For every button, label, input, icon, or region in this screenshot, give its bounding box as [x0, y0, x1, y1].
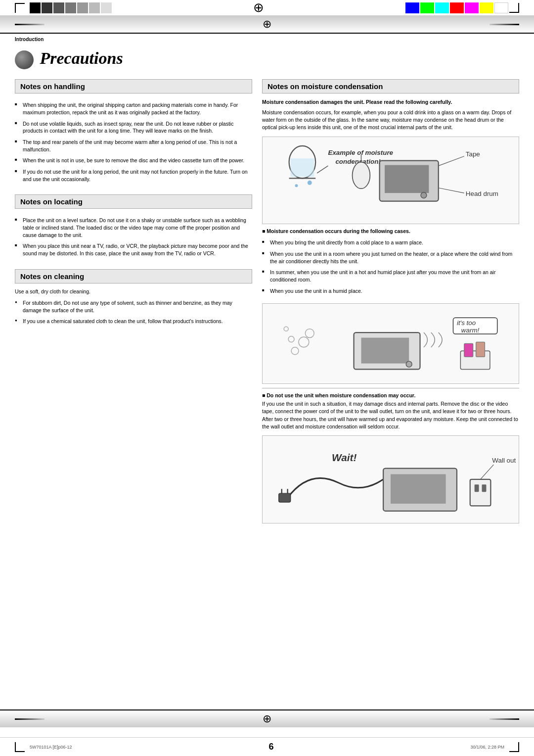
svg-rect-38	[482, 484, 487, 492]
svg-rect-9	[385, 165, 429, 193]
svg-point-3	[308, 180, 312, 185]
locating-content: Place the unit on a level surface. Do no…	[15, 214, 252, 262]
handling-item-5: If you do not use the unit for a long pe…	[15, 167, 252, 184]
svg-text:it's too: it's too	[457, 320, 476, 327]
handling-item-1: When shipping the unit, the original shi…	[15, 100, 252, 117]
gs-block-6	[89, 2, 100, 13]
color-blue	[405, 2, 419, 13]
svg-text:warm!: warm!	[461, 327, 480, 334]
handling-item-3: The top and rear panels of the unit may …	[15, 138, 252, 154]
svg-text:Example of moisture: Example of moisture	[328, 148, 394, 156]
handling-heading-box: Notes on handling	[15, 79, 252, 94]
cleaning-item-2: If you use a chemical saturated cloth to…	[15, 317, 252, 326]
cleaning-heading: Notes on cleaning	[20, 272, 247, 281]
locating-heading: Notes on locating	[20, 197, 247, 206]
svg-point-10	[421, 192, 427, 198]
moisture-illustration-1: Example of moisture condensation!	[262, 137, 519, 225]
footer-left: 5W70101A [E]p06-12	[30, 745, 72, 750]
footer-right: 30/1/06, 2:28 PM	[470, 745, 504, 750]
no-use-text: If you use the unit in such a situation,…	[262, 400, 519, 430]
handling-content: When shipping the unit, the original shi…	[15, 98, 252, 188]
bottom-deco-right	[490, 718, 519, 720]
top-decorative-bar: ⊕	[0, 16, 534, 34]
svg-point-17	[291, 347, 299, 355]
moisture-illustration-2: it's too warm!	[262, 303, 519, 384]
page-number: 6	[269, 742, 274, 752]
deco-line-left	[15, 24, 44, 25]
moisture-intro: Moisture condensation occurs, for exampl…	[262, 109, 519, 132]
svg-rect-36	[470, 479, 491, 506]
moisture-case-3: In summer, when you use the unit in a ho…	[262, 268, 519, 284]
svg-line-7	[317, 166, 328, 173]
color-white	[494, 2, 508, 13]
handling-item-2: Do not use volatile liquids, such as ins…	[15, 119, 252, 136]
section-label: Introduction	[0, 36, 534, 44]
corner-bl	[15, 742, 25, 752]
handling-heading: Notes on handling	[20, 82, 247, 91]
cleaning-intro: Use a soft, dry cloth for cleaning.	[15, 288, 252, 294]
svg-rect-1	[291, 158, 314, 177]
moisture-illustration-3: Wait! Wall outlet	[262, 435, 519, 523]
reg-mark-deco: ⊕	[263, 18, 271, 31]
svg-rect-35	[391, 474, 446, 504]
grayscale-blocks	[30, 2, 112, 13]
cleaning-item-1: For stubborn dirt, Do not use any type o…	[15, 298, 252, 315]
moisture-heading-box: Notes on moisture condensation	[262, 79, 519, 94]
svg-rect-26	[464, 344, 473, 357]
reg-mark-bottom: ⊕	[263, 712, 271, 725]
corner-br	[509, 742, 519, 752]
moisture-bold-note: Moisture condensation damages the unit. …	[262, 98, 519, 106]
gs-block-5	[77, 2, 88, 13]
locating-item-2: When you place this unit near a TV, radi…	[15, 241, 252, 258]
color-red	[450, 2, 464, 13]
color-blocks	[405, 2, 508, 13]
page-footer: 5W70101A [E]p06-12 6 30/1/06, 2:28 PM	[0, 737, 534, 756]
moisture-svg-2: it's too warm!	[266, 307, 516, 380]
spacer	[0, 530, 534, 709]
content-area: Notes on handling When shipping the unit…	[0, 79, 534, 530]
reg-mark-top: ⊕	[253, 0, 264, 15]
divider-1	[262, 388, 519, 388]
page-title: Precautions	[0, 44, 534, 79]
svg-line-13	[439, 156, 464, 165]
svg-rect-37	[475, 484, 479, 492]
svg-point-20	[305, 329, 314, 338]
moisture-content: Moisture condensation damages the unit. …	[262, 98, 519, 523]
svg-rect-23	[361, 338, 409, 364]
svg-rect-27	[476, 342, 485, 357]
svg-point-21	[284, 327, 288, 331]
color-green	[420, 2, 434, 13]
svg-text:Wait!: Wait!	[332, 452, 357, 463]
moisture-svg-3: Wait! Wall outlet	[266, 439, 516, 520]
locating-list: Place the unit on a level surface. Do no…	[15, 214, 252, 262]
condensation-cases-heading: ■ Moisture condensation occurs during th…	[262, 228, 519, 234]
color-magenta	[465, 2, 479, 13]
moisture-svg-1: Example of moisture condensation!	[266, 140, 516, 221]
svg-line-15	[439, 188, 464, 192]
svg-text:Wall outlet: Wall outlet	[492, 457, 516, 464]
cleaning-heading-box: Notes on cleaning	[15, 269, 252, 284]
no-use-heading: ■ Do not use the unit when moisture cond…	[262, 392, 519, 398]
gs-block-3	[53, 2, 64, 13]
moisture-cases-list: When you bring the unit directly from a …	[262, 236, 519, 299]
svg-line-40	[481, 465, 494, 479]
color-yellow	[480, 2, 493, 13]
moisture-heading: Notes on moisture condensation	[267, 82, 514, 91]
svg-text:Tape: Tape	[466, 150, 480, 157]
bottom-decorative-bar: ⊕	[0, 709, 534, 727]
corner-tl	[15, 3, 25, 13]
gs-block-1	[30, 2, 41, 13]
svg-point-18	[299, 337, 309, 347]
moisture-case-2: When you use the unit in a room where yo…	[262, 249, 519, 266]
title-text: Precautions	[40, 49, 123, 67]
top-bar: ⊕	[0, 0, 534, 16]
corner-tr	[509, 3, 519, 13]
handling-item-4: When the unit is not in use, be sure to …	[15, 156, 252, 165]
svg-point-11	[353, 162, 370, 189]
gs-block-4	[65, 2, 76, 13]
handling-list: When shipping the unit, the original shi…	[15, 98, 252, 188]
svg-point-19	[288, 336, 294, 342]
svg-rect-31	[279, 493, 291, 502]
left-column: Notes on handling When shipping the unit…	[15, 79, 252, 530]
deco-line-right	[490, 24, 519, 25]
